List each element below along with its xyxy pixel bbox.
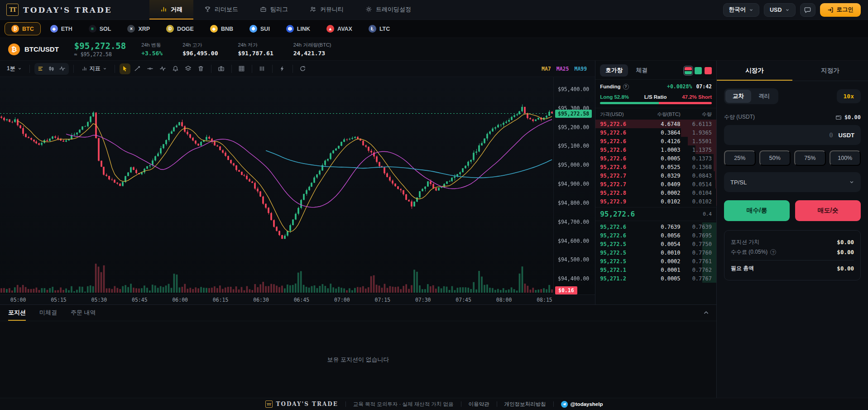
reset-icon[interactable] xyxy=(297,63,308,74)
brand-logo[interactable]: TT TODAY'S TRADE xyxy=(6,4,112,16)
orderbook-ask-row[interactable]: 95,272.80.00020.0104 xyxy=(595,188,716,197)
orderbook-ask-row[interactable]: 95,272.61.00031.1375 xyxy=(595,145,716,154)
layers-icon[interactable] xyxy=(183,63,194,74)
nav-label: 거래 xyxy=(171,5,182,14)
alert-bell-icon[interactable] xyxy=(170,63,181,74)
lightning-icon[interactable] xyxy=(277,63,288,74)
sell-short-button[interactable]: 매도/숏 xyxy=(795,200,861,221)
coin-tab-sui[interactable]: SUI xyxy=(243,22,277,35)
bids-only-view-icon[interactable] xyxy=(695,67,702,74)
orderbook-bid-row[interactable]: 95,271.20.00050.7767 xyxy=(595,274,716,283)
chat-button[interactable] xyxy=(800,3,815,17)
orderbook-bid-row[interactable]: 95,272.10.00010.7762 xyxy=(595,265,716,274)
hline-tool-icon[interactable] xyxy=(145,63,156,74)
currency-selector[interactable]: USD xyxy=(764,3,795,17)
positions-tab-0[interactable]: 포지션 xyxy=(8,305,26,321)
tab-orderbook[interactable]: 호가창 xyxy=(600,64,628,77)
cursor-tool-icon[interactable] xyxy=(120,63,130,74)
ob-cum: 0.0843 xyxy=(681,173,712,179)
ls-ratio-label: L/S Ratio xyxy=(629,94,682,100)
ma-legend-ma25: MA25 xyxy=(556,66,569,72)
pulse-tool-icon[interactable] xyxy=(158,63,168,74)
orderbook-ask-row[interactable]: 95,272.60.38641.9365 xyxy=(595,128,716,137)
empty-positions-message: 보유 포지션이 없습니다 xyxy=(0,321,716,398)
nav-item-trading-settings[interactable]: 트레이딩설정 xyxy=(355,0,422,19)
orderbook-ask-row[interactable]: 95,272.60.05250.1368 xyxy=(595,163,716,171)
ob-cum: 6.6113 xyxy=(681,121,712,127)
terms-link[interactable]: 이용약관 xyxy=(469,401,489,408)
currency-label: USD xyxy=(770,7,782,13)
positions-tab-1[interactable]: 미체결 xyxy=(39,305,57,321)
trade-panel: 시장가 지정가 교차 격리 10x 수량 (USDT) $0.00 0 USDT xyxy=(717,61,868,398)
percent-button-100[interactable]: 100% xyxy=(830,150,861,166)
current-price-badge: $95,272.58 xyxy=(555,110,592,118)
coin-tab-link[interactable]: LINK xyxy=(279,22,317,35)
camera-icon[interactable] xyxy=(216,63,227,74)
amount-input[interactable]: 0 USDT xyxy=(724,125,861,145)
percent-button-25[interactable]: 25% xyxy=(724,150,756,166)
orderbook-bid-row[interactable]: 95,272.60.00560.7695 xyxy=(595,231,716,240)
candlestick-chart-canvas[interactable] xyxy=(0,77,595,294)
indicators-button[interactable]: 지표 xyxy=(78,63,110,74)
coin-tab-doge[interactable]: ÐDOGE xyxy=(159,22,201,35)
orderbook-bid-row[interactable]: 95,272.50.00020.7761 xyxy=(595,257,716,265)
time-axis-label: 05:45 xyxy=(132,297,148,303)
funding-rate: +0.0028% xyxy=(667,83,692,90)
orderbook-ask-row[interactable]: 95,272.60.41261.5501 xyxy=(595,137,716,145)
wave-style-icon[interactable] xyxy=(57,63,68,74)
tab-trades[interactable]: 체결 xyxy=(631,64,653,77)
coin-tab-bnb[interactable]: ◆BNB xyxy=(203,22,240,35)
leverage-button[interactable]: 10x xyxy=(837,89,861,103)
coin-tab-btc[interactable]: ₿BTC xyxy=(5,22,41,35)
tab-limit-order[interactable]: 지정가 xyxy=(792,61,868,81)
ob-price: 95,272.9 xyxy=(600,198,638,205)
stat-label: 24h 변동 xyxy=(141,42,163,48)
telegram-link[interactable]: @todayshelp xyxy=(561,401,603,408)
collapse-panel-icon[interactable] xyxy=(703,310,709,316)
pair-selector[interactable]: ₿ BTC/USDT xyxy=(8,43,59,55)
orderbook-bid-row[interactable]: 95,272.50.00540.7750 xyxy=(595,240,716,248)
timeframe-dropdown[interactable]: 1분 xyxy=(4,63,25,74)
nav-item-community[interactable]: 커뮤니티 xyxy=(299,0,355,19)
orderbook-bid-row[interactable]: 95,272.50.00100.7760 xyxy=(595,248,716,257)
login-button[interactable]: 로그인 xyxy=(820,3,861,17)
trendline-tool-icon[interactable] xyxy=(132,63,143,74)
orderbook-ask-row[interactable]: 95,272.64.67486.6113 xyxy=(595,120,716,128)
nav-item-team-league[interactable]: 팀리그 xyxy=(249,0,299,19)
grid-icon[interactable] xyxy=(236,63,247,74)
info-icon[interactable]: ? xyxy=(623,84,629,90)
percent-button-75[interactable]: 75% xyxy=(794,150,826,166)
nav-item-leaderboard[interactable]: 리더보드 xyxy=(193,0,249,19)
ma-legend-ma7: MA7 xyxy=(542,66,551,72)
orderbook-ask-row[interactable]: 95,272.90.01020.0102 xyxy=(595,197,716,206)
language-selector[interactable]: 한국어 xyxy=(723,3,760,17)
coin-tab-xrp[interactable]: ×XRP xyxy=(120,22,157,35)
nav-item-trade[interactable]: 거래 xyxy=(149,0,193,19)
coin-tab-ltc[interactable]: ŁLTC xyxy=(362,22,397,35)
percent-button-50[interactable]: 50% xyxy=(759,150,791,166)
isolated-margin-option[interactable]: 격리 xyxy=(751,90,777,103)
privacy-link[interactable]: 개인정보처리방침 xyxy=(504,401,546,408)
positions-tab-2[interactable]: 주문 내역 xyxy=(71,305,96,321)
tab-market-order[interactable]: 시장가 xyxy=(717,61,792,81)
orderbook-bid-row[interactable]: 95,272.60.76390.7639 xyxy=(595,222,716,231)
buy-long-button[interactable]: 매수/롱 xyxy=(724,200,790,221)
candle-style-icon[interactable] xyxy=(46,63,57,74)
asks-only-view-icon[interactable] xyxy=(705,67,712,74)
info-icon[interactable]: ? xyxy=(770,249,776,255)
orderbook-ask-row[interactable]: 95,272.70.03290.0843 xyxy=(595,171,716,180)
delete-tool-icon[interactable] xyxy=(196,63,206,74)
orderbook-ask-row[interactable]: 95,272.60.00050.1373 xyxy=(595,154,716,163)
cross-margin-option[interactable]: 교차 xyxy=(725,90,751,103)
login-icon xyxy=(827,7,834,13)
coin-tab-eth[interactable]: ◆ETH xyxy=(43,22,79,35)
split-view-icon[interactable] xyxy=(685,67,692,74)
stat-value: $91,787.61 xyxy=(238,50,273,57)
tpsl-expander[interactable]: TP/SL xyxy=(724,172,861,192)
orderbook-ask-row[interactable]: 95,272.70.04090.0514 xyxy=(595,180,716,188)
coin-tab-avax[interactable]: ▲AVAX xyxy=(320,22,359,35)
coin-tab-sol[interactable]: ≡SOL xyxy=(82,22,118,35)
line-style-icon[interactable] xyxy=(35,63,46,74)
time-axis[interactable]: 05:0005:1505:3005:4506:0006:1506:3006:45… xyxy=(0,294,595,304)
columns-icon[interactable] xyxy=(257,63,268,74)
